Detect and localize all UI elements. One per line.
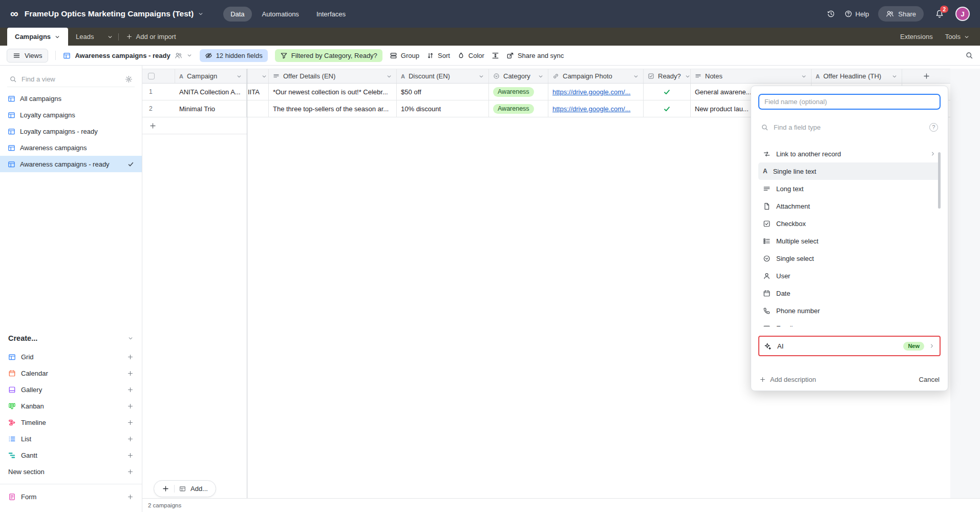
current-view-menu[interactable]: Awareness campaigns - ready (63, 52, 192, 59)
sort-button[interactable]: Sort (427, 52, 450, 59)
extensions-button[interactable]: Extensions (900, 33, 933, 40)
column-header-campaign-photo[interactable]: Campaign Photo (548, 69, 644, 83)
field-type-link-record[interactable]: Link to another record (758, 145, 941, 162)
cell-category[interactable]: Awareness (489, 84, 548, 100)
cell-offer-details[interactable]: *Our newest collection is out!* Celebr..… (269, 84, 397, 100)
cell-campaign-photo[interactable]: https://drive.google.com/... (548, 100, 644, 117)
plus-icon[interactable] (127, 354, 134, 360)
column-header-clipped[interactable] (247, 69, 269, 83)
cell-clipped[interactable] (247, 100, 269, 117)
row-number[interactable]: 2 (142, 100, 175, 117)
plus-icon[interactable] (127, 419, 134, 426)
sidebar-view-awareness-campaigns-ready[interactable]: Awareness campaigns - ready (0, 156, 142, 172)
cell-offer-details[interactable]: The three top-sellers of the season ar..… (269, 100, 397, 117)
color-button[interactable]: Color (457, 52, 484, 59)
plus-icon[interactable] (127, 494, 134, 500)
sidebar-view-loyalty-campaigns[interactable]: Loyalty campaigns (0, 107, 142, 123)
airtable-logo-icon[interactable]: ∞ (10, 8, 18, 19)
field-type-checkbox[interactable]: Checkbox (758, 215, 941, 232)
cancel-button[interactable]: Cancel (919, 376, 940, 383)
cell-ready[interactable] (644, 84, 691, 100)
field-type-search-input[interactable] (774, 124, 924, 131)
field-name-input[interactable] (758, 94, 941, 110)
notifications-button[interactable]: 2 (935, 9, 944, 18)
cell-category[interactable]: Awareness (489, 100, 548, 117)
plus-icon[interactable] (127, 403, 134, 409)
add-field-button[interactable] (902, 69, 950, 83)
select-all-checkbox[interactable] (148, 73, 155, 79)
chevron-down-icon[interactable] (801, 73, 807, 79)
sidebar-view-all-campaigns[interactable]: All campaigns (0, 90, 142, 107)
column-header-ready[interactable]: Ready? (644, 69, 691, 83)
tab-automations[interactable]: Automations (255, 7, 306, 22)
hidden-fields-button[interactable]: 12 hidden fields (200, 49, 268, 62)
field-type-phone-number[interactable]: Phone number (758, 302, 941, 319)
create-gantt[interactable]: Gantt (0, 447, 142, 463)
share-button[interactable]: Share (878, 6, 924, 22)
tab-data[interactable]: Data (223, 7, 251, 22)
base-title-menu[interactable]: FrameUp Optics Marketing Campaigns (Test… (25, 9, 204, 18)
column-header-category[interactable]: Category (489, 69, 548, 83)
create-section-header[interactable]: Create... (0, 334, 142, 342)
sidebar-view-awareness-campaigns[interactable]: Awareness campaigns (0, 139, 142, 156)
column-header-notes[interactable]: Notes (691, 69, 812, 83)
field-type-multiple-select[interactable]: Multiple select (758, 232, 941, 250)
field-type-single-line-text[interactable]: A Single line text (758, 162, 941, 180)
group-button[interactable]: Group (390, 52, 419, 59)
plus-icon[interactable] (127, 468, 134, 475)
cell-ready[interactable] (644, 100, 691, 117)
chevron-down-icon[interactable] (478, 73, 484, 79)
column-header-campaign[interactable]: A Campaign (175, 69, 247, 83)
cell-discount[interactable]: $50 off (397, 84, 489, 100)
sidebar-view-loyalty-campaigns-ready[interactable]: Loyalty campaigns - ready (0, 123, 142, 139)
tab-interfaces[interactable]: Interfaces (309, 7, 353, 22)
create-grid[interactable]: Grid (0, 349, 142, 365)
add-record-row[interactable] (142, 117, 247, 134)
history-icon[interactable] (827, 10, 835, 18)
create-kanban[interactable]: Kanban (0, 398, 142, 414)
create-timeline[interactable]: Timeline (0, 414, 142, 431)
field-type-date[interactable]: Date (758, 284, 941, 302)
search-icon[interactable] (965, 51, 973, 59)
field-type-email[interactable]: Email (758, 319, 941, 326)
column-header-discount[interactable]: A Discount (EN) (397, 69, 489, 83)
plus-icon[interactable] (127, 452, 134, 459)
filter-button[interactable]: Filtered by Category, Ready? (275, 49, 382, 62)
cell-campaign-photo[interactable]: https://drive.google.com/... (548, 84, 644, 100)
cell-clipped[interactable]: IITA (247, 84, 269, 100)
chevron-down-icon[interactable] (633, 73, 639, 79)
chevron-down-icon[interactable] (386, 73, 392, 79)
create-gallery[interactable]: Gallery (0, 381, 142, 398)
help-button[interactable]: Help (844, 10, 869, 18)
row-number[interactable]: 1 (142, 84, 175, 100)
tools-button[interactable]: Tools (945, 33, 970, 40)
add-record-pill[interactable]: Add... (154, 480, 216, 497)
plus-icon[interactable] (127, 386, 134, 393)
gear-icon[interactable] (125, 75, 133, 83)
chevron-down-icon[interactable] (261, 73, 267, 79)
avatar[interactable]: J (955, 7, 970, 21)
plus-icon[interactable] (127, 370, 134, 377)
cell-discount[interactable]: 10% discount (397, 100, 489, 117)
share-and-sync-button[interactable]: Share and sync (506, 52, 564, 59)
scrollbar-thumb[interactable] (938, 152, 941, 209)
column-header-offer-details[interactable]: Offer Details (EN) (269, 69, 397, 83)
create-new-section[interactable]: New section (0, 463, 142, 480)
help-circle-icon[interactable]: ? (929, 123, 938, 132)
create-form[interactable]: Form (0, 488, 142, 505)
column-header-offer-headline-th[interactable]: A Offer Headline (TH) (812, 69, 902, 83)
field-type-ai[interactable]: AI New (758, 336, 941, 356)
table-tab-campaigns[interactable]: Campaigns (7, 28, 68, 46)
row-height-button[interactable] (492, 52, 499, 59)
create-calendar[interactable]: Calendar (0, 365, 142, 381)
add-description-button[interactable]: Add description (759, 376, 816, 383)
chevron-down-icon[interactable] (685, 73, 691, 79)
views-sidebar-toggle[interactable]: Views (7, 49, 48, 63)
chevron-down-icon[interactable] (891, 73, 898, 79)
cell-campaign[interactable]: ANITA Collection A... (175, 84, 247, 100)
table-tab-leads[interactable]: Leads (68, 28, 101, 46)
field-type-single-select[interactable]: Single select (758, 250, 941, 267)
find-view-input[interactable] (22, 75, 120, 83)
field-type-attachment[interactable]: Attachment (758, 197, 941, 215)
photo-link[interactable]: https://drive.google.com/... (552, 88, 630, 96)
